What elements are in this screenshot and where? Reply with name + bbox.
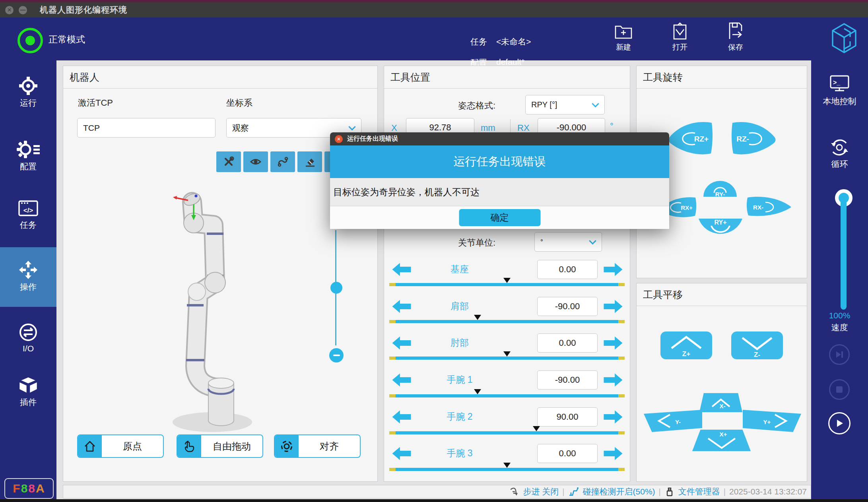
x-plus-button[interactable]: X+ [692, 430, 751, 451]
rx-minus-button[interactable]: RX- [745, 195, 793, 218]
z-plus-button[interactable]: Z+ [660, 331, 712, 359]
play-button[interactable] [828, 412, 851, 434]
tools-button[interactable] [216, 151, 241, 172]
joint-slider-marker[interactable] [474, 315, 481, 320]
robot-panel-title: 机器人 [63, 66, 377, 89]
svg-text:>_: >_ [833, 79, 841, 86]
ry-plus-button[interactable]: RY+ [696, 216, 745, 251]
chevron-down-icon [589, 237, 596, 244]
code-window-icon: </> [0, 199, 56, 217]
x-minus-button[interactable]: X- [699, 393, 742, 412]
joint-slider[interactable] [389, 468, 625, 471]
window-close-icon[interactable]: ✕ [5, 6, 14, 14]
zoom-out-button[interactable] [329, 348, 344, 362]
loop-icon [811, 138, 868, 157]
joint-value-input[interactable]: 0.00 [537, 260, 598, 279]
svg-text:</>: </> [23, 207, 33, 214]
joint-decrease-button[interactable] [392, 410, 411, 424]
rx-axis-label: RX [517, 123, 530, 133]
path-button[interactable] [270, 151, 295, 172]
align-label: 对齐 [299, 435, 360, 457]
stop-button[interactable] [829, 379, 850, 400]
joint-decrease-button[interactable] [392, 262, 411, 277]
svg-text:RZ-: RZ- [736, 135, 749, 143]
joint-increase-button[interactable] [604, 410, 623, 424]
joint-slider[interactable] [389, 394, 625, 397]
error-dialog: ✕ 运行任务出现错误 运行任务出现错误 目标位姿为奇异位姿，机器人不可达 确定 [330, 132, 669, 229]
align-button[interactable]: 对齐 [274, 434, 361, 458]
home-button[interactable]: 原点 [77, 434, 164, 458]
robot-panel: 机器人 激活TCP TCP 坐标系 观察 [63, 66, 378, 482]
error-dialog-titlebar[interactable]: ✕ 运行任务出现错误 [330, 132, 669, 145]
joint-increase-button[interactable] [604, 299, 623, 314]
dialog-ok-button[interactable]: 确定 [459, 209, 540, 226]
joint-value-input[interactable]: 0.00 [537, 333, 598, 353]
rz-minus-button[interactable]: RZ- [730, 120, 778, 157]
joint-increase-button[interactable] [604, 446, 623, 461]
free-drag-button[interactable]: 自由拖动 [177, 434, 263, 458]
sidebar-item-operate[interactable]: 操作 [0, 261, 56, 293]
pose-format-select[interactable]: RPY [°] [525, 95, 605, 114]
sidebar-item-plugin[interactable]: 插件 [0, 376, 56, 408]
joint-value-input[interactable]: 90.00 [537, 407, 598, 426]
step-status[interactable]: 步进 关闭 [523, 486, 559, 497]
dialog-close-icon[interactable]: ✕ [335, 135, 343, 143]
joint-slider-marker[interactable] [533, 426, 540, 431]
joint-increase-button[interactable] [604, 262, 623, 277]
save-task-button[interactable]: 保存 [717, 21, 755, 52]
joint-decrease-button[interactable] [392, 299, 411, 314]
joint-value-input[interactable]: -90.00 [537, 370, 598, 390]
robot-3d-view[interactable] [171, 185, 310, 440]
sidebar-item-task[interactable]: </> 任务 [0, 199, 56, 231]
joint-slider[interactable] [389, 357, 625, 360]
window-minimize-icon[interactable]: — [19, 6, 27, 14]
joint-slider-marker[interactable] [503, 278, 511, 283]
joint-slider[interactable] [389, 431, 625, 434]
joint-value-input[interactable]: 0.00 [537, 444, 598, 463]
brand-logo-icon [829, 21, 859, 58]
tools-icon [223, 156, 235, 168]
sidebar-io-label: I/O [0, 344, 56, 353]
local-control-button[interactable]: >_ 本地控制 [811, 74, 868, 107]
joint-value-input[interactable]: -90.00 [537, 297, 598, 316]
joint-slider-marker[interactable] [474, 389, 481, 394]
joint-unit-select[interactable]: ° [534, 232, 602, 252]
z-minus-button[interactable]: Z- [731, 331, 783, 359]
new-task-button[interactable]: 新建 [604, 21, 643, 52]
step-icon [509, 486, 520, 497]
ry-minus-button[interactable]: RY- [700, 178, 740, 198]
active-tcp-input[interactable]: TCP [77, 118, 216, 138]
joint-increase-button[interactable] [604, 373, 623, 387]
rz-plus-button[interactable]: RZ+ [666, 120, 714, 157]
joint-slider-marker[interactable] [503, 463, 511, 468]
erase-button[interactable] [297, 151, 322, 172]
left-sidebar: 运行 配置 </> 任务 [0, 60, 56, 502]
svg-text:RX+: RX+ [681, 204, 693, 211]
sidebar-item-io[interactable]: I/O [0, 323, 56, 353]
svg-text:Z-: Z- [754, 351, 760, 359]
joint-row: 手腕 3 0.00 [384, 444, 630, 463]
joint-increase-button[interactable] [604, 336, 623, 350]
robot-programming-app: ✕ — 机器人图形化编程环境 正常模式 任务 <未命名> 配置 default*… [0, 0, 868, 502]
sidebar-item-config[interactable]: 配置 [0, 140, 56, 172]
y-plus-button[interactable]: Y+ [743, 410, 801, 432]
joint-decrease-button[interactable] [392, 336, 411, 350]
speed-slider[interactable] [841, 199, 847, 310]
collision-status[interactable]: 碰撞检测开启(50%) [583, 486, 655, 497]
joint-slider[interactable] [389, 283, 625, 286]
sidebar-item-run[interactable]: 运行 [0, 77, 56, 109]
joint-decrease-button[interactable] [392, 446, 411, 461]
joint-slider[interactable] [389, 320, 625, 323]
open-task-button[interactable]: 打开 [661, 21, 699, 52]
view-zoom-thumb[interactable] [330, 282, 342, 294]
y-minus-button[interactable]: Y- [644, 410, 702, 432]
loop-button[interactable]: 循环 [811, 138, 868, 170]
joint-decrease-button[interactable] [392, 373, 411, 387]
tool-position-title: 工具位置 [384, 66, 630, 89]
step-forward-button[interactable] [829, 344, 850, 365]
x-axis-label: X [391, 123, 397, 133]
file-manager-link[interactable]: 文件管理器 [678, 486, 720, 497]
visibility-button[interactable] [243, 151, 268, 172]
joint-slider-marker[interactable] [503, 351, 511, 357]
bottom-edge [0, 499, 868, 502]
